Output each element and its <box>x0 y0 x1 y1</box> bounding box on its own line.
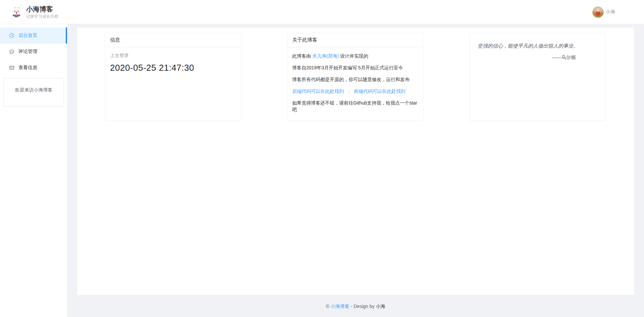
sidebar-item-comments[interactable]: 评论管理 <box>0 44 67 60</box>
site-logo-icon <box>11 6 22 18</box>
about-line-history: 博客自2019年3月开始开发编写 5月开始正式运行至今 <box>292 64 418 71</box>
top-header: 小海博客 记录学习成长历程 小海 <box>0 0 644 24</box>
user-name[interactable]: 小海 <box>606 9 615 15</box>
sidebar-item-info[interactable]: 查看信息 <box>0 60 67 76</box>
sidebar-item-label: 评论管理 <box>18 49 37 55</box>
sidebar-item-dashboard[interactable]: 后台首页 <box>0 27 67 44</box>
brand-text: 小海博客 记录学习成长历程 <box>26 5 58 19</box>
footer-copyright: © <box>326 304 331 309</box>
about-card: 关于此博客 此博客由 禾几海(郑海) 设计并实现的 博客自2019年3月开始开发… <box>287 33 423 121</box>
about-line-author-suffix: 设计并实现的 <box>339 53 368 59</box>
sidebar-menu: 后台首页 评论管理 查看信息 <box>0 24 67 76</box>
quote-author: ——马尔顿 <box>478 55 597 61</box>
sidebar-item-label: 后台首页 <box>18 33 37 39</box>
author-link[interactable]: 禾几海(郑海) <box>312 53 339 59</box>
backend-code-link[interactable]: 后端代码可以在此处找到 <box>292 88 344 94</box>
about-line-opensource: 博客所有代码都是开源的，你可以随意修改，运行和发布 <box>292 76 418 83</box>
info-card-body: 上次登录 2020-05-25 21:47:30 <box>105 47 241 78</box>
dashboard-icon <box>9 33 14 38</box>
last-login-time: 2020-05-25 21:47:30 <box>110 63 236 73</box>
quote-card-body: 坚强的信心，能使平凡的人做出惊人的事业。 ——马尔顿 <box>470 33 605 70</box>
sidebar: 后台首页 评论管理 查看信息 欢迎来访小海博客 <box>0 24 67 317</box>
about-line-star: 如果觉得博客还不错，请前往Github支持我，给我点一个star吧 <box>292 100 418 113</box>
main-content: 信息 上次登录 2020-05-25 21:47:30 关于此博客 此博客由 禾… <box>77 27 634 295</box>
footer-site-link[interactable]: 小海博客 <box>331 304 350 309</box>
about-card-body: 此博客由 禾几海(郑海) 设计并实现的 博客自2019年3月开始开发编写 5月开… <box>287 47 423 118</box>
footer: © 小海博客 - Design by 小海 <box>77 295 634 317</box>
quote-card: 坚强的信心，能使平凡的人做出惊人的事业。 ——马尔顿 <box>469 33 605 121</box>
user-menu[interactable]: 小海 <box>592 6 615 18</box>
brand: 小海博客 记录学习成长历程 <box>11 5 58 19</box>
about-card-title: 关于此博客 <box>287 33 423 47</box>
user-avatar[interactable] <box>592 6 604 18</box>
welcome-box: 欢迎来访小海博客 <box>3 78 64 107</box>
comment-icon <box>9 49 14 54</box>
about-line-author-prefix: 此博客由 <box>292 53 312 59</box>
about-line-author: 此博客由 禾几海(郑海) 设计并实现的 <box>292 53 418 59</box>
quote-text: 坚强的信心，能使平凡的人做出惊人的事业。 <box>478 42 597 49</box>
site-subtitle: 记录学习成长历程 <box>26 14 58 19</box>
footer-author: 小海 <box>376 304 385 309</box>
info-card: 信息 上次登录 2020-05-25 21:47:30 <box>105 33 241 121</box>
last-login-label: 上次登录 <box>110 53 236 59</box>
footer-middle-text: - Design by <box>350 304 376 309</box>
info-card-title: 信息 <box>105 33 241 47</box>
sidebar-item-label: 查看信息 <box>18 65 37 71</box>
cards-row: 信息 上次登录 2020-05-25 21:47:30 关于此博客 此博客由 禾… <box>105 33 606 121</box>
links-separator: | <box>348 88 350 94</box>
id-card-icon <box>9 65 14 70</box>
site-title: 小海博客 <box>26 5 58 13</box>
frontend-code-link[interactable]: 前端代码可以在此处找到 <box>354 88 406 94</box>
about-line-code-links: 后端代码可以在此处找到|前端代码可以在此处找到 <box>292 88 418 94</box>
